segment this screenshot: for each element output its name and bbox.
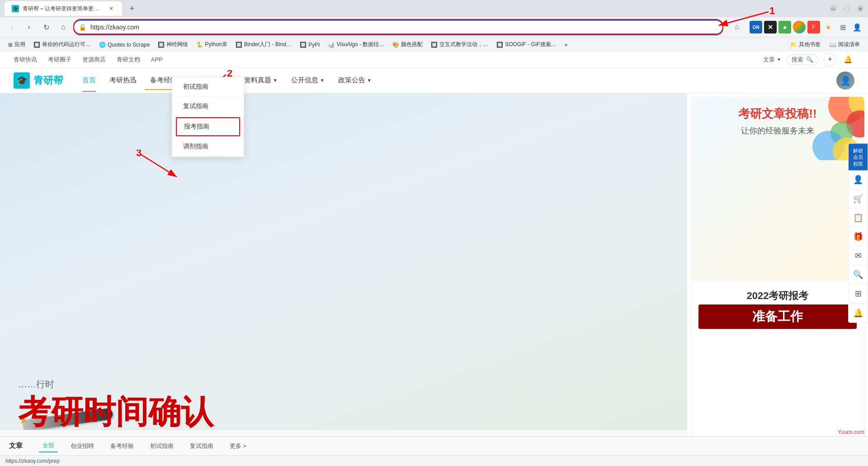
browser-toolbar: ‹ › ↻ ⌂ 🔒 https://zkaoy.com 1 ☆ ON <box>0 17 868 37</box>
pypi-favicon: 🔲 <box>300 42 307 48</box>
ext-star-icon[interactable]: ★ <box>822 21 835 33</box>
forward-button[interactable]: › <box>22 20 36 34</box>
tab-all[interactable]: 全部 <box>39 440 58 452</box>
float-cart-button[interactable]: 🛒 <box>849 189 868 208</box>
reading-icon: 📖 <box>830 42 836 48</box>
dropdown-chushi[interactable]: 初试指南 <box>172 77 244 97</box>
bookmark-soogif[interactable]: 🔲 SOOGIF - GIF搜索… <box>493 39 560 50</box>
search-box[interactable]: 搜索 🔍 <box>787 54 818 65</box>
lock-icon: 🔒 <box>79 24 86 31</box>
ad2-bar: 准备工作 <box>698 304 857 329</box>
ext-puzzle-icon[interactable]: ⊞ <box>836 21 849 33</box>
bookmark-other[interactable]: 📁 其他书签 <box>787 39 824 50</box>
util-kaoyanjuanzi[interactable]: 考研圈子 <box>48 56 71 64</box>
python-favicon: 🐍 <box>196 42 203 48</box>
address-bar-container: 🔒 https://zkaoy.com 1 <box>73 20 723 34</box>
tab-chuanye[interactable]: 创业招聘 <box>67 440 98 452</box>
ext-user-icon[interactable]: 👤 <box>851 21 863 33</box>
bookmark-python[interactable]: 🐍 Python库 <box>193 39 231 50</box>
float-unlock-button[interactable]: 解锁 会员 权限 <box>849 144 868 171</box>
dropdown-baokao[interactable]: 报考指南 <box>176 117 240 136</box>
folder-icon: 📁 <box>790 42 797 48</box>
util-article[interactable]: 文章 ▼ <box>763 56 781 64</box>
banner-text: ……行时 考研时间确认 <box>18 378 669 430</box>
home-button[interactable]: ⌂ <box>56 20 71 34</box>
util-ziyuanshangdian[interactable]: 资源商店 <box>82 56 106 64</box>
ext-red-icon[interactable]: F <box>807 21 820 33</box>
interactive-favicon: 🔲 <box>431 42 438 48</box>
nav-home[interactable]: 首页 <box>77 72 101 88</box>
float-bell-button[interactable]: 🔔 <box>849 303 868 322</box>
nav-right: 👤 <box>836 71 854 90</box>
minimize-button[interactable]: — <box>830 5 836 12</box>
bookmark-more[interactable]: » <box>561 40 571 50</box>
site-utility-bar: 青研快讯 考研圈子 资源商店 青研文档 APP 文章 ▼ 搜索 🔍 + 🔔 <box>0 52 868 68</box>
code-favicon: 🔲 <box>33 42 40 48</box>
tab-close-button[interactable]: ✕ <box>108 5 115 12</box>
float-gift-button[interactable]: 🎁 <box>849 227 868 246</box>
bookmark-quotes[interactable]: 🌐 Quotes to Scrape <box>95 40 153 50</box>
nav-ziliao[interactable]: 资料真题 ▼ <box>239 72 283 88</box>
close-button[interactable]: ✕ <box>857 5 863 12</box>
tab-beikao[interactable]: 备考经验 <box>107 440 137 452</box>
ads-sidebar: 考研文章投稿!! 让你的经验服务未来 2022考研报考 准备工作 <box>687 93 868 466</box>
dropdown-menu: 初试指南 复试指南 报考指南 调剂指南 3 <box>172 77 244 157</box>
notification-bell[interactable]: 🔔 <box>842 53 854 66</box>
bookmark-reading[interactable]: 📖 阅读清单 <box>826 39 863 50</box>
ext-on-icon[interactable]: ON <box>750 21 762 33</box>
back-button[interactable]: ‹ <box>5 20 19 34</box>
dropdown-arrow-icon: ▼ <box>777 57 781 62</box>
nav-gongkai[interactable]: 公开信息 ▼ <box>286 72 330 88</box>
ext-x-icon[interactable]: ✕ <box>764 21 777 33</box>
bookmark-right: 📁 其他书签 📖 阅读清单 <box>787 39 863 50</box>
soogif-favicon: 🔲 <box>496 42 503 48</box>
bookmark-interactive[interactable]: 🔲 交互式教学活动，… <box>427 39 492 50</box>
tab-fushi[interactable]: 复试指南 <box>186 440 217 452</box>
banner-title: 考研时间确认 <box>18 394 669 430</box>
logo-icon: 🎓 <box>14 72 30 89</box>
address-bar[interactable]: https://zkaoy.com <box>73 20 723 34</box>
add-button[interactable]: + <box>824 53 836 66</box>
maximize-button[interactable]: ⬜ <box>844 5 850 12</box>
reload-button[interactable]: ↻ <box>39 20 53 34</box>
bookmark-binder[interactable]: 🔲 Binder入门 - Bind… <box>232 39 295 50</box>
logo-text: 青研帮 <box>33 74 63 87</box>
nav-kaoyanhot[interactable]: 考研热迅 <box>104 72 142 88</box>
ext-colorful-icon[interactable] <box>793 21 806 33</box>
float-search-button[interactable]: 🔍 <box>849 265 868 284</box>
website: 青研快讯 考研圈子 资源商店 青研文档 APP 文章 ▼ 搜索 🔍 + 🔔 🎓 … <box>0 52 868 466</box>
dropdown-tiaoji[interactable]: 调剂指南 <box>172 137 244 157</box>
quotes-favicon: 🌐 <box>99 42 106 48</box>
float-mail-button[interactable]: ✉ <box>849 246 868 265</box>
float-table-button[interactable]: 📋 <box>849 208 868 227</box>
active-tab[interactable]: 🎓 青研帮 – 让考研变得更简单更方… ✕ <box>5 1 122 16</box>
ad-card-submission[interactable]: 考研文章投稿!! 让你的经验服务未来 <box>691 97 864 281</box>
bookmark-visulalgo[interactable]: 📊 VisuAlgo - 数据结… <box>324 39 388 50</box>
util-app[interactable]: APP <box>151 56 163 63</box>
extension-icons: ON ✕ ● F ★ ⊞ 👤 <box>750 21 863 33</box>
dropdown-fushi[interactable]: 复试指南 <box>172 97 244 116</box>
toolbar-right: ☆ ON ✕ ● F ★ ⊞ 👤 <box>730 20 863 34</box>
ext-green-icon[interactable]: ● <box>778 21 791 33</box>
bookmark-code[interactable]: 🔲 将你的代码运行可… <box>30 39 94 50</box>
float-grid-button[interactable]: ⊞ <box>849 284 868 303</box>
chevron-down-icon-gongkai: ▼ <box>320 78 325 83</box>
bookmark-color[interactable]: 🎨 颜色搭配 <box>389 39 426 50</box>
float-user-button[interactable]: 👤 <box>849 170 868 189</box>
binder-favicon: 🔲 <box>236 42 242 48</box>
ad-card-gaokao[interactable]: 2022考研报考 准备工作 <box>691 281 864 462</box>
util-qingyandoc[interactable]: 青研文档 <box>117 56 140 64</box>
bookmark-star-button[interactable]: ☆ <box>730 20 744 34</box>
bookmark-neural[interactable]: 🔲 神经网络 <box>154 39 192 50</box>
bookmark-pypi[interactable]: 🔲 PyPI <box>296 40 323 50</box>
tab-more[interactable]: 更多 > <box>226 440 250 452</box>
nav-zhengce[interactable]: 政策公告 ▼ <box>333 72 377 88</box>
color-favicon: 🎨 <box>392 42 399 48</box>
util-qingyankuaixun[interactable]: 青研快讯 <box>14 56 37 64</box>
user-avatar[interactable]: 👤 <box>836 71 854 90</box>
tab-chushi[interactable]: 初试指南 <box>146 440 177 452</box>
banner-area: ……行时 考研时间确认 <box>0 93 687 466</box>
bookmark-apps[interactable]: ⊞ 应用 <box>5 39 29 50</box>
new-tab-button[interactable]: + <box>126 2 138 15</box>
site-logo[interactable]: 🎓 青研帮 <box>14 72 63 89</box>
